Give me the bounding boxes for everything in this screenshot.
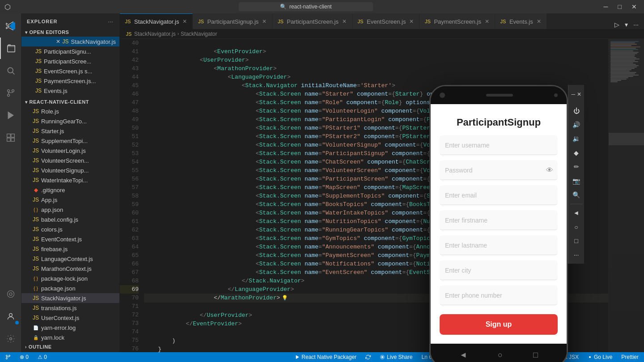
file-item-marathoncontext[interactable]: JS MarathonContext.js bbox=[21, 264, 119, 274]
panel-close-button[interactable]: ✕ bbox=[576, 88, 583, 101]
file-item-volunteersignup[interactable]: JS VolunteerSignup... bbox=[21, 165, 119, 175]
rotate-button[interactable]: ◆ bbox=[570, 147, 583, 159]
volume-down-button[interactable]: 🔉 bbox=[570, 133, 583, 145]
file-item-role[interactable]: JS Role.js bbox=[21, 106, 119, 116]
recent-nav-button[interactable]: □ bbox=[533, 350, 538, 360]
open-editors-header[interactable]: ▾ Open Editors bbox=[21, 28, 119, 37]
close-button[interactable]: ✕ bbox=[629, 2, 640, 11]
react-native-header[interactable]: ▾ React-Native-Client bbox=[21, 97, 119, 106]
run-dropdown-button[interactable]: ▾ bbox=[623, 20, 630, 29]
run-button[interactable]: ▷ bbox=[613, 20, 621, 29]
file-item-volunteerlogin[interactable]: JS VolunteerLogin.js bbox=[21, 146, 119, 156]
panel-minimize-button[interactable]: ─ bbox=[570, 88, 576, 101]
file-item-volunteerscreen[interactable]: JS VolunteerScreen... bbox=[21, 156, 119, 165]
file-item-gitignore[interactable]: ◆ .gitignore bbox=[21, 185, 119, 195]
sidebar-menu-button[interactable]: ··· bbox=[107, 17, 114, 26]
file-item-appjs[interactable]: JS App.js bbox=[21, 195, 119, 205]
activity-icon-search[interactable] bbox=[0, 60, 21, 81]
phone-nav-bar: ◄ ○ □ bbox=[431, 344, 567, 362]
username-field[interactable]: Enter username bbox=[440, 135, 558, 155]
home-nav-button[interactable]: ○ bbox=[498, 350, 503, 360]
tab-close-button[interactable]: ✕ bbox=[261, 18, 267, 25]
screenshot-button[interactable]: 📷 bbox=[570, 175, 583, 187]
phone-number-field[interactable]: Enter phone number bbox=[440, 286, 558, 305]
open-editor-item-stacknavigator[interactable]: ✕ JS StackNavigator.js bbox=[21, 37, 119, 46]
open-editor-item-participantsignup[interactable]: JS ParticipantSignu... bbox=[21, 46, 119, 56]
go-live-status[interactable]: Go Live bbox=[586, 352, 614, 362]
tab-participantsignup[interactable]: JS ParticipantSignup.js ✕ bbox=[193, 13, 272, 29]
activity-icon-explorer[interactable] bbox=[0, 38, 21, 59]
activity-icon-debug[interactable] bbox=[0, 105, 21, 126]
tab-participantscreen[interactable]: JS ParticipantScreen.js ✕ bbox=[272, 13, 352, 29]
packager-status[interactable]: React Native Packager bbox=[293, 352, 358, 362]
open-editor-item-events[interactable]: JS Events.js bbox=[21, 86, 119, 96]
git-branch-status[interactable] bbox=[4, 352, 13, 362]
back-button[interactable]: ◄ bbox=[570, 207, 583, 219]
outline-header[interactable]: › Outline bbox=[21, 342, 119, 351]
file-item-languagecontext[interactable]: JS LanguageContext.js bbox=[21, 254, 119, 264]
file-item-translations[interactable]: JS translations.js bbox=[21, 303, 119, 313]
breadcrumb-symbol[interactable]: StackNavigator bbox=[181, 31, 217, 37]
more-options-button[interactable]: ··· bbox=[631, 20, 640, 29]
file-item-appjson[interactable]: { } app.json bbox=[21, 205, 119, 215]
power-button[interactable]: ⏻ bbox=[570, 105, 583, 117]
tab-paymentscreen[interactable]: JS PaymentScreen.js ✕ bbox=[419, 13, 495, 29]
open-editor-item-paymentscreen[interactable]: JS PaymentScreen.js... bbox=[21, 76, 119, 86]
activity-icon-source-control[interactable] bbox=[0, 82, 21, 104]
sync-status[interactable] bbox=[364, 352, 373, 362]
tab-close-button[interactable]: ✕ bbox=[536, 18, 542, 25]
file-item-stacknavigator[interactable]: JS StackNavigator.js bbox=[21, 293, 119, 303]
signup-button[interactable]: Sign up bbox=[440, 314, 558, 335]
file-item-supplement[interactable]: JS SupplementTopi... bbox=[21, 136, 119, 146]
file-item-packagelock[interactable]: { } package-lock.json bbox=[21, 274, 119, 283]
tab-close-button[interactable]: ✕ bbox=[341, 18, 347, 25]
more-button[interactable]: ··· bbox=[570, 249, 583, 261]
file-item-firebase[interactable]: JS firebase.js bbox=[21, 244, 119, 254]
back-nav-button[interactable]: ◄ bbox=[459, 350, 467, 360]
close-icon[interactable]: ✕ bbox=[56, 38, 60, 45]
activity-icon-settings[interactable] bbox=[0, 328, 21, 349]
lastname-field[interactable]: Enter lastname bbox=[440, 236, 558, 255]
tab-close-button[interactable]: ✕ bbox=[182, 18, 188, 25]
tab-eventscreen[interactable]: JS EventScreen.js ✕ bbox=[352, 13, 419, 29]
liveshare-status[interactable]: Live Share bbox=[378, 352, 414, 362]
prettier-status[interactable]: Prettier bbox=[619, 352, 640, 362]
city-field[interactable]: Enter city bbox=[440, 261, 558, 280]
firstname-field[interactable]: Enter firstname bbox=[440, 210, 558, 230]
timeline-header[interactable]: › Timeline bbox=[21, 351, 119, 352]
file-item-waterintake[interactable]: JS WaterIntakeTopi... bbox=[21, 175, 119, 185]
tab-events[interactable]: JS Events.js ✕ bbox=[495, 13, 547, 29]
tab-stacknavigator[interactable]: JS StackNavigator.js ✕ bbox=[120, 13, 193, 29]
file-item-yarnlock[interactable]: 🔒 yarn.lock bbox=[21, 333, 119, 342]
home-button[interactable]: ○ bbox=[570, 221, 583, 233]
activity-icon-remote[interactable] bbox=[0, 283, 21, 305]
activity-icon-vscode[interactable] bbox=[0, 15, 21, 37]
zoom-button[interactable]: 🔍 bbox=[570, 189, 583, 201]
open-editor-item-eventscreen[interactable]: JS EventScreen.js s... bbox=[21, 66, 119, 76]
title-bar-search[interactable]: 🔍 react-native-client bbox=[239, 2, 373, 11]
recent-button[interactable]: □ bbox=[570, 235, 583, 247]
minimize-button[interactable]: ─ bbox=[601, 2, 611, 11]
file-item-babel[interactable]: JS babel.config.js bbox=[21, 215, 119, 224]
password-field[interactable]: Password bbox=[440, 160, 558, 180]
file-item-yarnerror[interactable]: 📄 yarn-error.log bbox=[21, 323, 119, 333]
tab-close-button[interactable]: ✕ bbox=[484, 18, 490, 25]
open-editor-item-participantscreen[interactable]: JS ParticipantScree... bbox=[21, 56, 119, 66]
email-field[interactable]: Enter email bbox=[440, 185, 558, 205]
tab-close-button[interactable]: ✕ bbox=[408, 18, 415, 25]
password-eye-icon[interactable]: 👁 bbox=[546, 166, 553, 174]
file-item-eventcontext[interactable]: JS EventContext.js bbox=[21, 234, 119, 244]
file-item-packagejson[interactable]: { } package.json bbox=[21, 283, 119, 293]
draw-button[interactable]: ✏ bbox=[570, 161, 583, 173]
maximize-button[interactable]: □ bbox=[615, 2, 624, 11]
activity-icon-extensions[interactable] bbox=[0, 127, 21, 148]
errors-status[interactable]: ⊗ 0 bbox=[18, 352, 30, 362]
file-item-colors[interactable]: JS colors.js bbox=[21, 224, 119, 234]
file-item-runninggear[interactable]: JS RunningGearTo... bbox=[21, 116, 119, 126]
activity-icon-account[interactable] bbox=[0, 306, 21, 327]
file-item-starter[interactable]: JS Starter.js bbox=[21, 126, 119, 136]
volume-up-button[interactable]: 🔊 bbox=[570, 118, 583, 130]
breadcrumb-file[interactable]: StackNavigator.js bbox=[134, 31, 176, 37]
file-item-usercontext[interactable]: JS UserContext.js bbox=[21, 313, 119, 323]
warnings-status[interactable]: ⚠ 0 bbox=[36, 352, 49, 362]
